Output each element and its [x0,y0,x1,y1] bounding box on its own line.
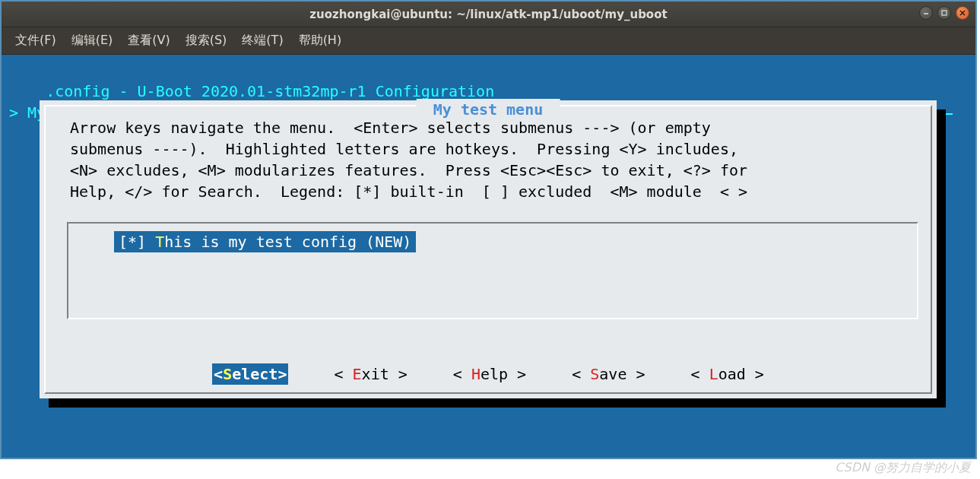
menu-help[interactable]: 帮助(H) [293,30,348,52]
dialog-buttons: <Select> < Exit > < Help > < Save > < Lo… [40,363,937,385]
help-button[interactable]: < Help > [453,363,526,385]
terminal-window: zuozhongkai@ubuntu: ~/linux/atk-mp1/uboo… [2,2,975,458]
menu-view[interactable]: 查看(V) [122,30,176,52]
menu-edit[interactable]: 编辑(E) [65,30,119,52]
watermark: CSDN @努力自学的小夏 [835,460,971,476]
window-controls [919,6,969,20]
titlebar: zuozhongkai@ubuntu: ~/linux/atk-mp1/uboo… [2,2,975,27]
save-button[interactable]: < Save > [572,363,645,385]
maximize-button[interactable] [937,6,951,20]
exit-button[interactable]: < Exit > [334,363,407,385]
menubar: 文件(F) 编辑(E) 查看(V) 搜索(S) 终端(T) 帮助(H) [2,27,975,55]
svg-rect-1 [942,11,947,15]
minimize-button[interactable] [919,6,933,20]
menu-file[interactable]: 文件(F) [9,30,62,52]
close-button[interactable] [956,6,969,20]
dialog-title: My test menu [417,99,560,120]
config-list: [*] This is my test config (NEW) [67,222,918,319]
config-title: .config - U-Boot 2020.01-stm32mp-r1 Conf… [46,82,494,100]
window-title: zuozhongkai@ubuntu: ~/linux/atk-mp1/uboo… [309,8,667,21]
select-button[interactable]: <Select> [212,363,288,385]
config-item-my-test[interactable]: [*] This is my test config (NEW) [114,231,416,252]
menu-search[interactable]: 搜索(S) [179,30,233,52]
terminal-area[interactable]: .config - U-Boot 2020.01-stm32mp-r1 Conf… [2,55,975,458]
load-button[interactable]: < Load > [691,363,764,385]
menuconfig-dialog: My test menu Arrow keys navigate the men… [40,100,937,398]
menu-terminal[interactable]: 终端(T) [236,30,289,52]
dialog-help-text: Arrow keys navigate the menu. <Enter> se… [70,117,914,202]
